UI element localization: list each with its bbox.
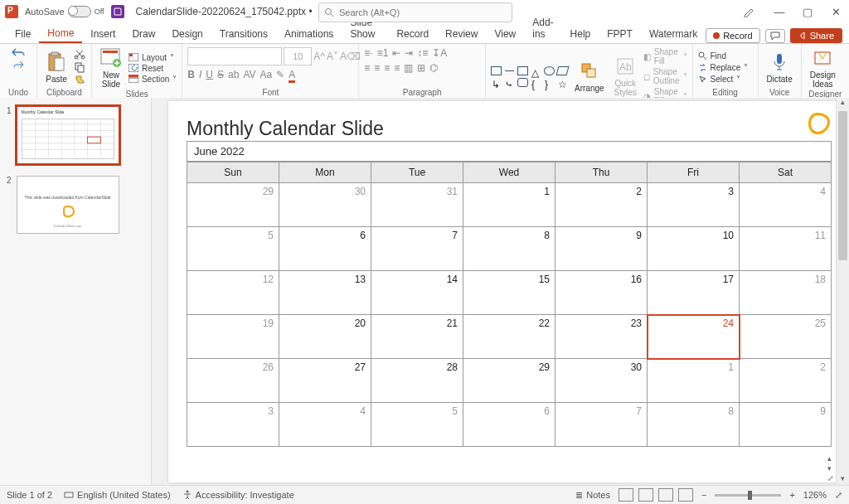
calendar-cell[interactable]: 17 [648,271,740,315]
calendar-cell[interactable]: 9 [555,227,648,271]
calendar-cell[interactable]: 29 [463,359,555,403]
document-title[interactable]: CalendarSlide-20220624_175042.pptx • [136,6,313,17]
notes-button[interactable]: ≣ Notes [575,490,610,501]
tab-add-ins[interactable]: Add-ins [524,13,561,43]
fit-to-window-button[interactable]: ⤢ [835,490,842,501]
calendar-cell[interactable]: 22 [463,315,555,359]
paste-button[interactable]: Paste [42,51,70,84]
calendar-cell[interactable]: 8 [463,227,555,271]
calendar-cell[interactable]: 31 [371,183,463,227]
font-name-input[interactable] [187,47,282,65]
calendar-cell[interactable]: 15 [463,271,555,315]
tab-review[interactable]: Review [437,25,486,43]
undo-button[interactable] [11,47,26,59]
calendar-cell[interactable]: 30 [279,183,371,227]
fit-slide-button[interactable]: ⤢ [827,474,834,482]
dictate-button[interactable]: Dictate [764,51,796,84]
zoom-out-button[interactable]: − [701,490,706,500]
tab-help[interactable]: Help [562,25,599,43]
accessibility-status[interactable]: Accessibility: Investigate [182,490,294,500]
toggle-switch-icon[interactable] [68,6,91,17]
redo-button[interactable] [12,61,24,69]
calendar-cell[interactable]: 2 [740,359,832,403]
calendar-cell[interactable]: 8 [648,403,740,447]
calendar-cell[interactable]: 24 [648,315,740,359]
slide-thumbnails-panel[interactable]: 1 Monthly Calendar Slide 2 This slide wa… [0,98,152,486]
calendar-cell[interactable]: 28 [371,359,463,403]
calendar-cell[interactable]: 4 [740,183,832,227]
pen-icon[interactable] [743,6,759,17]
next-slide-button[interactable]: ▾ [827,464,834,472]
restore-button[interactable]: ▢ [799,6,816,18]
sorter-view-button[interactable] [638,488,653,502]
calendar-cell[interactable]: 21 [371,315,463,359]
layout-button[interactable]: Layout ˅ [129,53,177,62]
select-button[interactable]: Select ˅ [698,75,749,84]
highlight-button[interactable]: ✎ [276,69,284,83]
calendar-cell[interactable]: 23 [555,315,648,359]
calendar-cell[interactable]: 1 [463,183,555,227]
slide-title[interactable]: Monthly Calendar Slide [187,118,384,140]
comments-icon[interactable] [765,29,785,43]
calendar-cell[interactable]: 7 [555,403,648,447]
month-label[interactable]: June 2022 [187,141,832,162]
scroll-down-button[interactable]: ▾ [837,474,849,486]
zoom-value[interactable]: 126% [803,490,827,500]
autosave-toggle[interactable]: AutoSave Off [25,6,104,17]
share-button[interactable]: Share [790,28,842,43]
strikethrough-button[interactable]: S [217,69,224,83]
arrange-button[interactable]: Arrange [571,61,608,93]
justify-button[interactable]: ≡ [394,62,400,74]
calendar-cell[interactable]: 3 [648,183,740,227]
align-right-button[interactable]: ≡ [384,62,390,74]
normal-view-button[interactable] [619,488,633,502]
calendar[interactable]: June 2022 SunMonTueWedThuFriSat 29303112… [187,141,832,447]
bold-button[interactable]: B [187,69,195,83]
font-color-button[interactable]: A [289,69,295,83]
language-status[interactable]: English (United States) [64,490,171,500]
char-spacing-button[interactable]: AV [243,69,255,83]
calendar-cell[interactable]: 4 [279,403,371,447]
tab-insert[interactable]: Insert [82,25,124,43]
tab-file[interactable]: File [7,25,39,43]
tab-design[interactable]: Design [163,25,211,43]
calendar-cell[interactable]: 20 [279,315,371,359]
calendar-cell[interactable]: 26 [187,359,279,403]
calendar-cell[interactable]: 5 [187,227,279,271]
font-size-input[interactable]: 10 [284,47,312,65]
italic-button[interactable]: I [199,69,201,83]
shapes-gallery[interactable]: △ ↳⤷{}☆ [491,66,568,87]
change-case-button[interactable]: Aa [260,69,273,83]
decrease-font-button[interactable]: A˅ [327,51,338,62]
reset-button[interactable]: Reset [129,64,177,73]
thumb-preview-2[interactable]: This slide was downloaded from CalendarS… [17,176,119,234]
tab-watermark[interactable]: Watermark [641,25,706,43]
tab-fppt[interactable]: FPPT [599,25,641,43]
replace-button[interactable]: Replace ˅ [698,63,749,72]
scroll-up-button[interactable]: ▴ [837,98,849,109]
slide[interactable]: Monthly Calendar Slide June 2022 SunMonT… [168,101,836,482]
scrollbar-thumb[interactable] [838,111,847,260]
new-slide-button[interactable]: New Slide [97,47,125,89]
align-center-button[interactable]: ≡ [374,62,380,74]
increase-font-button[interactable]: A^ [313,51,325,62]
text-direction-button[interactable]: ↧A [432,47,447,59]
shape-fill-button[interactable]: ◧ Shape Fill ˅ [643,47,687,65]
shape-outline-button[interactable]: ◻ Shape Outline ˅ [643,67,687,85]
bullets-button[interactable]: ≡· [364,47,372,59]
calendar-cell[interactable]: 6 [463,403,555,447]
line-spacing-button[interactable]: ↕≡ [417,47,428,59]
decrease-indent-button[interactable]: ⇤ [392,47,400,59]
tab-transitions[interactable]: Transitions [211,25,276,43]
align-left-button[interactable]: ≡ [364,62,370,74]
calendar-cell[interactable]: 5 [371,403,463,447]
slide-canvas[interactable]: Monthly Calendar Slide June 2022 SunMonT… [152,98,836,486]
thumbnail-2[interactable]: 2 This slide was downloaded from Calenda… [7,176,144,234]
search-input[interactable]: Search (Alt+Q) [318,2,512,22]
tab-animations[interactable]: Animations [276,25,342,43]
calendar-cell[interactable]: 16 [555,271,648,315]
format-painter-button[interactable] [74,75,85,86]
design-ideas-button[interactable]: Design Ideas [807,47,839,89]
columns-button[interactable]: ▥ [404,62,413,74]
tab-draw[interactable]: Draw [124,25,163,43]
